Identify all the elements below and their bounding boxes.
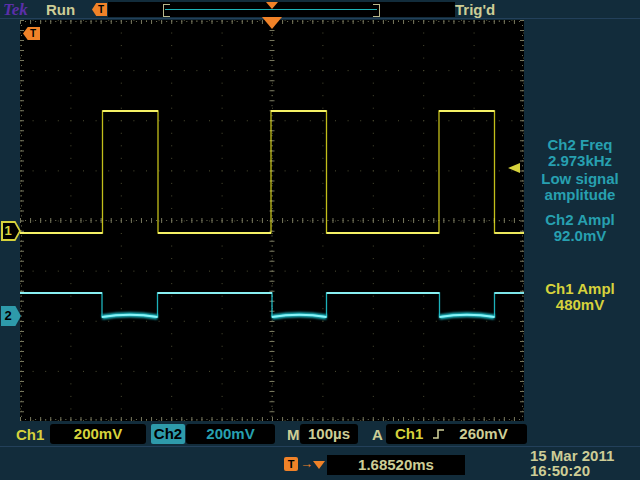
measurement-value: 480mV bbox=[524, 297, 636, 313]
record-window-bracket-right-icon bbox=[373, 4, 380, 17]
warning-line: Low signal bbox=[524, 171, 636, 187]
acquisition-status: Run bbox=[46, 1, 75, 18]
ch2-label-selected: Ch2 bbox=[151, 424, 185, 444]
measurement-ch2-freq: Ch2 Freq 2.973kHz bbox=[524, 137, 636, 169]
trigger-source: Ch1 bbox=[395, 424, 423, 444]
measurement-label: Ch2 Ampl bbox=[524, 212, 636, 228]
record-line bbox=[165, 9, 377, 10]
ch2-scale-readout: 200mV bbox=[186, 424, 275, 444]
measurement-ch1-ampl: Ch1 Ampl 480mV bbox=[524, 281, 636, 313]
graticule bbox=[20, 20, 524, 421]
time-readout: 16:50:20 bbox=[530, 463, 636, 478]
ch1-label: Ch1 bbox=[16, 426, 44, 443]
measurement-ch2-ampl: Ch2 Ampl 92.0mV bbox=[524, 212, 636, 244]
waveform-canvas bbox=[20, 20, 524, 421]
record-view-bar bbox=[108, 2, 455, 17]
delay-time-readout: 1.68520ms bbox=[327, 455, 465, 475]
trigger-level-readout: 260mV bbox=[459, 424, 507, 444]
ch1-ground-marker: 1 bbox=[1, 221, 21, 241]
measurement-value: 92.0mV bbox=[524, 228, 636, 244]
measurement-label: Ch2 Freq bbox=[524, 137, 636, 153]
delay-t-icon: T bbox=[284, 457, 298, 471]
datetime: 15 Mar 2011 16:50:20 bbox=[500, 448, 636, 478]
measurement-warning: Low signal amplitude bbox=[524, 171, 636, 203]
ch2-ground-marker-label: 2 bbox=[1, 308, 15, 324]
ch2-ground-marker: 2 bbox=[1, 306, 21, 326]
ch1-ground-marker-label: 1 bbox=[1, 223, 15, 239]
ch1-scale-readout: 200mV bbox=[50, 424, 146, 444]
warning-line: amplitude bbox=[524, 187, 636, 203]
trigger-readout: Ch1 260mV bbox=[386, 424, 527, 444]
rising-edge-icon bbox=[432, 427, 445, 441]
delay-marker-icon bbox=[313, 461, 325, 469]
delay-arrow-icon: → bbox=[300, 456, 313, 471]
record-window-bracket-left-icon bbox=[163, 4, 170, 17]
trigger-a-label: A bbox=[372, 426, 383, 443]
record-trigger-marker-icon bbox=[266, 2, 278, 9]
measurement-label: Ch1 Ampl bbox=[524, 281, 636, 297]
measurement-value: 2.973kHz bbox=[524, 153, 636, 169]
oscilloscope-screen: Tek Run T Trig'd T 1 2 Ch2 Freq 2.973kHz… bbox=[0, 0, 640, 480]
topbar-divider bbox=[0, 18, 640, 19]
horizontal-label: M bbox=[287, 426, 300, 443]
tek-logo: Tek bbox=[3, 0, 28, 20]
trigger-t-icon: T bbox=[92, 3, 107, 16]
date-readout: 15 Mar 2011 bbox=[530, 448, 636, 463]
timebase-readout: 100µs bbox=[300, 424, 358, 444]
trigger-status: Trig'd bbox=[455, 1, 495, 18]
